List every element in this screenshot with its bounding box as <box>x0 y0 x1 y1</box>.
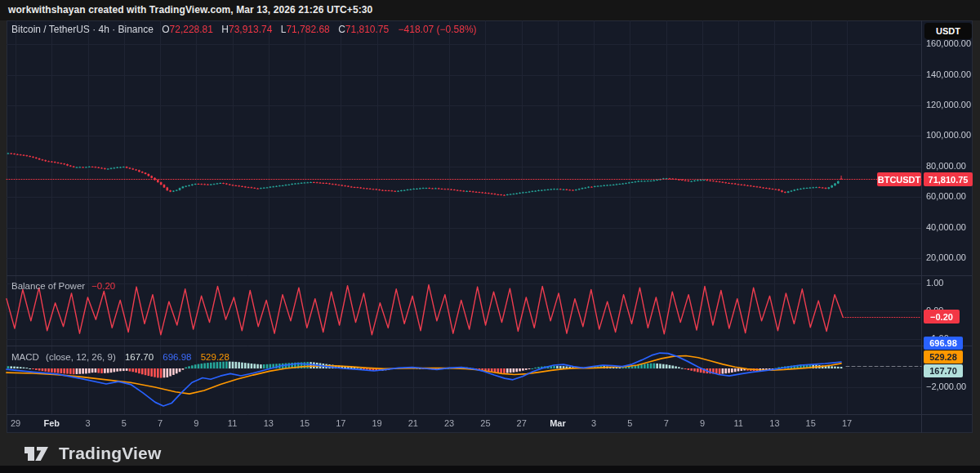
attribution-text: workwithshayan created with TradingView.… <box>8 4 372 16</box>
symbol-legend[interactable]: Bitcoin / TetherUS · 4h · Binance O72,22… <box>11 24 477 35</box>
time-label-3: 3 <box>591 418 596 428</box>
current-price-badge: 71,810.75 <box>924 172 973 186</box>
symbol-price-flag: BTCUSDT <box>877 172 921 186</box>
time-label-feb: Feb <box>43 418 60 428</box>
time-label-5: 5 <box>627 418 632 428</box>
macd-line-badge: 696.98 <box>924 337 963 350</box>
bottom-strip <box>0 466 980 473</box>
bop-legend[interactable]: Balance of Power−0.20 <box>11 281 115 291</box>
time-label-5: 5 <box>122 418 127 428</box>
price-axis-label: 120,000.00 <box>926 100 971 109</box>
bop-value: −0.20 <box>91 281 115 291</box>
time-label-25: 25 <box>480 418 490 428</box>
macd-title[interactable]: MACD <box>11 352 39 362</box>
macd-hist-value: 167.70 <box>125 352 154 362</box>
change-value: −418.07 (−0.58%) <box>399 24 477 35</box>
price-axis-label: 160,000.00 <box>926 38 971 48</box>
time-label-11: 11 <box>733 418 742 428</box>
time-label-7: 7 <box>158 418 163 428</box>
time-label-15: 15 <box>806 418 816 428</box>
symbol-title[interactable]: Bitcoin / TetherUS · 4h · Binance <box>11 24 154 35</box>
macd-signal-value: 529.28 <box>201 352 229 362</box>
high-value: 73,913.74 <box>229 24 272 35</box>
open-label: O <box>162 24 169 35</box>
time-label-13: 13 <box>769 418 779 428</box>
macd-signal-badge: 529.28 <box>924 350 963 364</box>
page: workwithshayan created with TradingView.… <box>0 0 980 473</box>
macd-hist-badge: 167.70 <box>924 364 963 377</box>
time-label-19: 19 <box>372 418 381 428</box>
price-axis-label: 80,000.00 <box>926 161 966 171</box>
close-label: C <box>338 24 345 35</box>
macd-params: (close, 12, 26, 9) <box>46 352 116 362</box>
open-value: 72,228.81 <box>170 24 213 35</box>
low-value: 71,782.68 <box>286 24 329 35</box>
time-label-9: 9 <box>194 418 198 428</box>
tradingview-wordmark: TradingView <box>59 444 162 463</box>
bop-title[interactable]: Balance of Power <box>11 281 85 291</box>
close-value: 71,810.75 <box>345 24 389 35</box>
macd-legend[interactable]: MACD (close, 12, 26, 9) 167.70 696.98 52… <box>11 352 229 362</box>
time-label-29: 29 <box>11 418 20 428</box>
time-label-3: 3 <box>85 418 90 428</box>
high-label: H <box>221 24 229 35</box>
time-label-23: 23 <box>444 418 454 428</box>
time-label-9: 9 <box>700 418 705 428</box>
bop-axis-label: 1.00 <box>926 278 943 288</box>
time-label-7: 7 <box>664 418 669 428</box>
time-label-11: 11 <box>228 418 237 428</box>
time-label-17: 17 <box>842 418 852 428</box>
time-label-27: 27 <box>517 418 527 428</box>
price-axis-label: 60,000.00 <box>926 191 966 201</box>
time-label-21: 21 <box>408 418 418 428</box>
price-axis-label: 40,000.00 <box>926 222 966 232</box>
time-label-13: 13 <box>264 418 274 428</box>
chart-canvas[interactable] <box>0 0 980 473</box>
time-label-15: 15 <box>300 418 310 428</box>
time-label-mar: Mar <box>550 418 566 428</box>
price-axis-label: 100,000.00 <box>926 130 971 140</box>
tradingview-logo[interactable]: TradingView <box>23 441 162 466</box>
time-label-17: 17 <box>336 418 345 428</box>
attribution-bar: workwithshayan created with TradingView.… <box>0 0 980 20</box>
macd-line-value: 696.98 <box>163 352 191 362</box>
tradingview-mark-icon <box>23 441 51 466</box>
price-axis-label: 140,000.00 <box>926 69 971 79</box>
macd-axis-label: −2,000.00 <box>926 382 966 391</box>
price-axis-label: 20,000.00 <box>926 252 966 262</box>
footer: TradingView <box>0 433 980 473</box>
bop-value-badge: −0.20 <box>924 310 960 324</box>
currency-toggle-button[interactable]: USDT <box>924 23 972 39</box>
